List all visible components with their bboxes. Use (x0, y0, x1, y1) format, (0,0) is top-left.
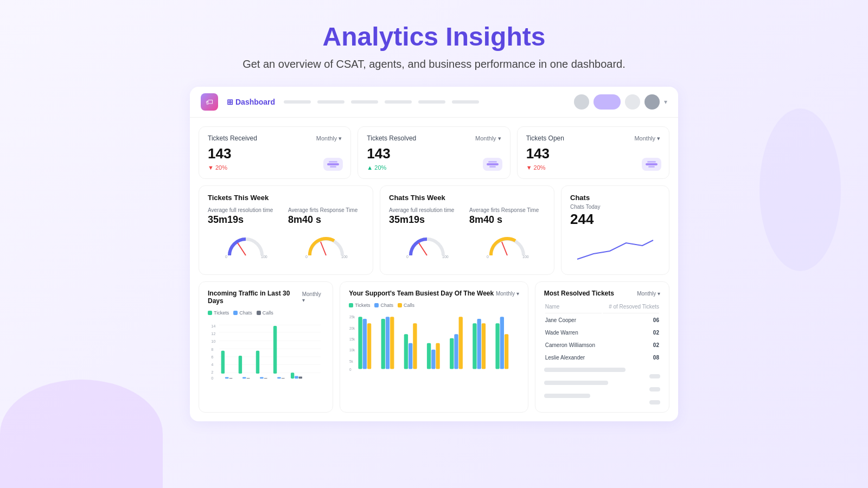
svg-text:14: 14 (211, 324, 215, 329)
placeholder-bar-2 (544, 381, 608, 385)
svg-text:0: 0 (349, 368, 352, 371)
tickets-resolved-icon (483, 158, 502, 171)
svg-line-12 (321, 242, 326, 255)
svg-rect-64 (367, 323, 371, 369)
grid-icon: ⊞ (227, 98, 233, 106)
col-tickets-header: # of Resoved Tickets (603, 304, 659, 313)
busiest-legend: Tickets Chats Calls (349, 303, 519, 308)
navbar-title[interactable]: ⊞ Dashboard (227, 98, 275, 106)
table-row: Jane Cooper06 (545, 314, 659, 326)
placeholder-badge-3 (649, 400, 660, 404)
nav-item-1 (284, 100, 311, 104)
busiest-legend-tickets: Tickets (349, 303, 370, 308)
svg-text:Monday: Monday (361, 371, 374, 372)
svg-text:10k: 10k (349, 348, 355, 352)
resolved-table: Name # of Resoved Tickets Jane Cooper06W… (544, 303, 660, 364)
middle-row: Tickets This Week Average full resolutio… (199, 185, 669, 275)
nav-avatar-1[interactable] (574, 94, 589, 110)
svg-text:0: 0 (305, 255, 308, 258)
legend-tickets: Tickets (208, 310, 229, 316)
svg-rect-80 (496, 323, 500, 369)
gauge-2: 0 100 (288, 231, 364, 258)
svg-rect-45 (273, 326, 277, 374)
svg-text:15k: 15k (349, 337, 355, 341)
tickets-resolved-card: Tickets Resolved Monthly ▾ 143 ▲ 20% (358, 126, 510, 179)
tickets-received-icon (323, 158, 343, 171)
svg-rect-42 (256, 351, 259, 374)
svg-text:0: 0 (487, 255, 489, 258)
svg-rect-63 (363, 319, 367, 369)
svg-text:0: 0 (406, 255, 409, 258)
nav-avatars: ▾ (574, 94, 667, 110)
gauge-1: 0 100 (208, 231, 284, 258)
chats-summary-card: Chats Chats Today 244 (561, 185, 669, 275)
placeholder-bar-3 (544, 394, 591, 398)
chats-gauge-1: 0 100 (389, 231, 465, 258)
svg-rect-76 (459, 317, 463, 369)
tickets-received-card: Tickets Received Monthly ▾ 143 ▼ 20% (199, 126, 351, 179)
svg-text:6: 6 (211, 355, 213, 359)
svg-text:Week 1: Week 1 (274, 379, 286, 380)
svg-line-9 (238, 243, 246, 255)
svg-text:Week 4: Week 4 (239, 379, 251, 380)
svg-line-15 (419, 243, 427, 255)
svg-rect-74 (450, 338, 454, 369)
svg-rect-6 (646, 163, 658, 165)
nav-item-2 (317, 100, 344, 104)
svg-text:Week 2: Week 2 (291, 379, 303, 380)
nav-item-4 (385, 100, 412, 104)
nav-chevron-icon[interactable]: ▾ (664, 98, 667, 106)
chats-sparkline (570, 232, 660, 265)
bottom-row: Incoming Traffic in Last 30 Days Monthly… (199, 281, 669, 413)
svg-rect-49 (295, 376, 298, 379)
svg-rect-5 (489, 166, 496, 168)
col-name-header: Name (545, 304, 602, 313)
tickets-this-week-card: Tickets This Week Average full resolutio… (199, 185, 373, 275)
nav-avatar-4[interactable] (644, 94, 660, 110)
svg-text:5k: 5k (349, 359, 354, 363)
logo-icon: 🏷 (201, 93, 218, 111)
svg-text:Tuesday: Tuesday (384, 371, 398, 372)
most-resolved-card: Most Resolved Tickets Monthly ▾ Name # o… (535, 281, 669, 413)
tickets-open-icon (642, 158, 661, 171)
tickets-open-card: Tickets Open Monthly ▾ 143 ▼ 20% (517, 126, 669, 179)
table-row: Cameron Williamson02 (545, 339, 659, 351)
svg-rect-72 (431, 350, 435, 369)
svg-text:25k: 25k (349, 315, 355, 319)
svg-text:100: 100 (261, 255, 267, 258)
nav-avatar-3[interactable] (625, 94, 640, 110)
nav-item-6 (452, 100, 479, 104)
svg-text:100: 100 (341, 255, 348, 258)
dashboard-content: Tickets Received Monthly ▾ 143 ▼ 20% Tic… (190, 118, 678, 421)
incoming-traffic-card: Incoming Traffic in Last 30 Days Monthly… (199, 281, 333, 413)
svg-text:Sunday: Sunday (497, 371, 510, 372)
svg-rect-39 (239, 356, 242, 374)
svg-rect-1 (329, 161, 337, 163)
nav-item-5 (418, 100, 445, 104)
svg-rect-79 (482, 323, 486, 369)
svg-text:Wednesday: Wednesday (406, 371, 425, 372)
placeholder-badge-2 (649, 387, 660, 391)
navbar-logo: 🏷 (201, 93, 218, 111)
svg-rect-71 (427, 343, 431, 369)
svg-text:0: 0 (225, 255, 227, 258)
svg-text:100: 100 (442, 255, 449, 258)
svg-rect-0 (327, 163, 339, 165)
table-row: Leslie Alexander08 (545, 352, 659, 363)
svg-text:Week 5: Week 5 (257, 379, 269, 380)
nav-avatar-2[interactable] (593, 94, 621, 110)
placeholder-bar-1 (544, 368, 626, 372)
nav-item-3 (351, 100, 378, 104)
chats-gauges: 0 100 0 100 (389, 231, 545, 258)
page-header: Analytics Insights Get an overview of CS… (242, 22, 626, 70)
svg-rect-70 (413, 323, 417, 369)
svg-text:100: 100 (522, 255, 529, 258)
svg-text:Tursday: Tursday (430, 371, 443, 372)
tickets-gauges: 0 100 0 100 (208, 231, 364, 258)
incoming-bar-chart: 14 12 10 8 6 4 2 0 (208, 320, 324, 380)
svg-rect-50 (299, 377, 302, 379)
svg-rect-78 (477, 319, 481, 369)
svg-rect-68 (404, 334, 408, 369)
busiest-day-card: Your Support's Team Busiest Day Of The W… (340, 281, 528, 413)
svg-rect-69 (409, 343, 412, 369)
